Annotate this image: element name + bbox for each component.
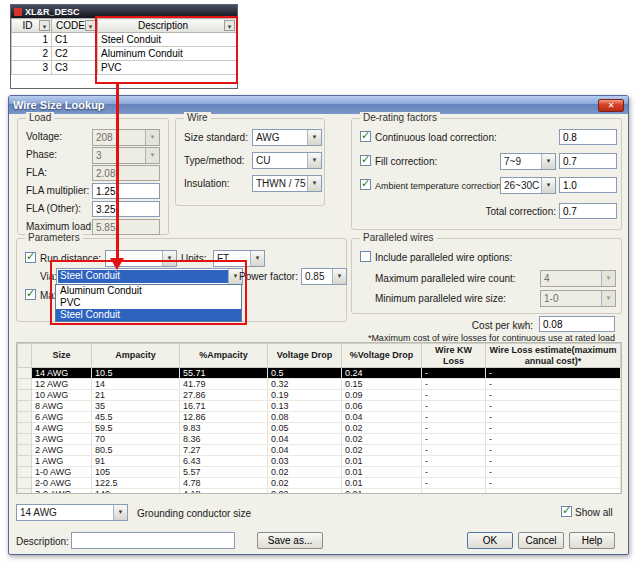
cost-per-kwh-input[interactable] — [539, 316, 615, 332]
cell-voltage-drop[interactable]: 0.32 — [268, 379, 342, 390]
cell-size[interactable]: 2 AWG — [32, 445, 92, 456]
row-selector[interactable] — [18, 434, 32, 445]
cell-wire-loss-estimate[interactable]: - — [486, 368, 621, 379]
wire-table-row[interactable]: 3-0 AWG 140 4.18 0.02 0.01 - - — [18, 489, 621, 495]
wire-table-row[interactable]: 2-0 AWG 122.5 4.78 0.02 0.01 - - — [18, 478, 621, 489]
cell-wire-kw-loss[interactable]: - — [422, 379, 486, 390]
col-size[interactable]: Size — [32, 344, 92, 368]
cell-wire-loss-estimate[interactable]: - — [486, 423, 621, 434]
cell-pct-ampacity[interactable]: 9.83 — [180, 423, 268, 434]
wire-table-row[interactable]: 1 AWG 91 6.43 0.03 0.01 - - — [18, 456, 621, 467]
cell-voltage-drop[interactable]: 0.03 — [268, 456, 342, 467]
cell-id[interactable]: 3 — [12, 61, 52, 75]
via-option[interactable]: PVC — [56, 297, 241, 309]
ambient-temp-input[interactable] — [559, 177, 617, 193]
cell-pct-ampacity[interactable]: 55.71 — [180, 368, 268, 379]
cell-wire-loss-estimate[interactable]: - — [486, 390, 621, 401]
cell-pct-ampacity[interactable]: 27.86 — [180, 390, 268, 401]
spreadsheet-titlebar[interactable]: XL&R_DESC — [11, 5, 237, 18]
cell-description[interactable]: Steel Conduit — [98, 33, 237, 47]
wire-table-row[interactable]: 8 AWG 35 16.71 0.13 0.06 - - — [18, 401, 621, 412]
min-paralleled-size-select[interactable]: 1-0▼ — [540, 290, 616, 307]
cell-id[interactable]: 2 — [12, 47, 52, 61]
cell-ampacity[interactable]: 45.5 — [92, 412, 180, 423]
cell-ampacity[interactable]: 35 — [92, 401, 180, 412]
cell-code[interactable]: C3 — [52, 61, 98, 75]
total-correction-input[interactable] — [559, 203, 617, 219]
cell-voltage-drop[interactable]: 0.02 — [268, 489, 342, 495]
cell-wire-kw-loss[interactable]: - — [422, 401, 486, 412]
ok-button[interactable]: OK — [467, 532, 513, 549]
cell-voltage-drop[interactable]: 0.02 — [268, 478, 342, 489]
cell-ampacity[interactable]: 140 — [92, 489, 180, 495]
cell-wire-loss-estimate[interactable]: - — [486, 401, 621, 412]
cell-description[interactable]: Aluminum Conduit — [98, 47, 237, 61]
cell-wire-kw-loss[interactable]: - — [422, 489, 486, 495]
cell-pct-ampacity[interactable]: 7.27 — [180, 445, 268, 456]
cell-ampacity[interactable]: 14 — [92, 379, 180, 390]
via-select[interactable]: Steel Conduit▼ — [56, 268, 243, 285]
cell-pct-voltage-drop[interactable]: 0.02 — [342, 445, 422, 456]
cell-voltage-drop[interactable]: 0.05 — [268, 423, 342, 434]
cell-ampacity[interactable]: 70 — [92, 434, 180, 445]
via-option[interactable]: Steel Conduit — [56, 309, 241, 321]
cell-wire-loss-estimate[interactable]: - — [486, 434, 621, 445]
wire-table-row[interactable]: 3 AWG 70 8.36 0.04 0.02 - - — [18, 434, 621, 445]
wire-table-row[interactable]: 6 AWG 45.5 12.86 0.08 0.04 - - — [18, 412, 621, 423]
cell-pct-ampacity[interactable]: 16.71 — [180, 401, 268, 412]
fla-other-input[interactable] — [92, 201, 160, 217]
continuous-load-input[interactable] — [559, 129, 617, 145]
save-as-button[interactable]: Save as... — [257, 532, 323, 549]
cell-voltage-drop[interactable]: 0.19 — [268, 390, 342, 401]
filter-dropdown-icon[interactable]: ▾ — [224, 20, 235, 31]
cell-pct-voltage-drop[interactable]: 0.06 — [342, 401, 422, 412]
cell-wire-kw-loss[interactable]: - — [422, 368, 486, 379]
cell-wire-kw-loss[interactable]: - — [422, 412, 486, 423]
cell-pct-ampacity[interactable]: 5.57 — [180, 467, 268, 478]
row-selector[interactable] — [18, 478, 32, 489]
wire-table-row[interactable]: 2 AWG 80.5 7.27 0.04 0.02 - - — [18, 445, 621, 456]
cell-wire-kw-loss[interactable]: - — [422, 445, 486, 456]
dialog-titlebar[interactable]: Wire Size Lookup ✕ — [9, 96, 628, 114]
cell-size[interactable]: 4 AWG — [32, 423, 92, 434]
maximum-load-input[interactable] — [92, 219, 160, 235]
row-selector[interactable] — [18, 489, 32, 495]
cell-size[interactable]: 2-0 AWG — [32, 478, 92, 489]
cell-wire-kw-loss[interactable]: - — [422, 456, 486, 467]
row-selector[interactable] — [18, 390, 32, 401]
cell-size[interactable]: 3-0 AWG — [32, 489, 92, 495]
wire-table-row[interactable]: 14 AWG 10.5 55.71 0.5 0.24 - - — [18, 368, 621, 379]
cell-wire-kw-loss[interactable]: - — [422, 434, 486, 445]
cell-pct-ampacity[interactable]: 4.78 — [180, 478, 268, 489]
row-selector[interactable] — [18, 445, 32, 456]
fill-range-select[interactable]: 7~9▼ — [500, 153, 556, 170]
fla-multiplier-input[interactable] — [92, 183, 160, 199]
cell-pct-voltage-drop[interactable]: 0.01 — [342, 489, 422, 495]
ambient-range-select[interactable]: 26~30C▼ — [500, 177, 556, 194]
cell-pct-ampacity[interactable]: 41.79 — [180, 379, 268, 390]
wire-table-row[interactable]: 12 AWG 14 41.79 0.32 0.15 - - — [18, 379, 621, 390]
cell-pct-voltage-drop[interactable]: 0.02 — [342, 423, 422, 434]
ambient-temp-checkbox[interactable] — [360, 179, 371, 190]
run-distance-select[interactable]: ▼ — [105, 250, 177, 267]
run-distance-checkbox[interactable] — [25, 252, 36, 263]
maximum-pct-checkbox[interactable] — [25, 289, 36, 300]
cell-pct-ampacity[interactable]: 4.18 — [180, 489, 268, 495]
cell-pct-voltage-drop[interactable]: 0.02 — [342, 434, 422, 445]
type-method-select[interactable]: CU▼ — [252, 152, 322, 169]
cell-size[interactable]: 3 AWG — [32, 434, 92, 445]
phase-select[interactable]: 3▼ — [92, 147, 160, 164]
cell-pct-ampacity[interactable]: 12.86 — [180, 412, 268, 423]
filter-dropdown-icon[interactable]: ▾ — [39, 20, 50, 31]
cell-ampacity[interactable]: 21 — [92, 390, 180, 401]
cell-code[interactable]: C2 — [52, 47, 98, 61]
spreadsheet-row[interactable]: 2 C2 Aluminum Conduit — [12, 47, 237, 61]
col-pct-ampacity[interactable]: %Ampacity — [180, 344, 268, 368]
include-paralleled-checkbox[interactable] — [360, 251, 371, 262]
cell-wire-loss-estimate[interactable]: - — [486, 478, 621, 489]
cell-ampacity[interactable]: 59.5 — [92, 423, 180, 434]
cell-wire-kw-loss[interactable]: - — [422, 423, 486, 434]
col-ampacity[interactable]: Ampacity — [92, 344, 180, 368]
units-select[interactable]: FT▼ — [213, 250, 265, 267]
cell-voltage-drop[interactable]: 0.08 — [268, 412, 342, 423]
